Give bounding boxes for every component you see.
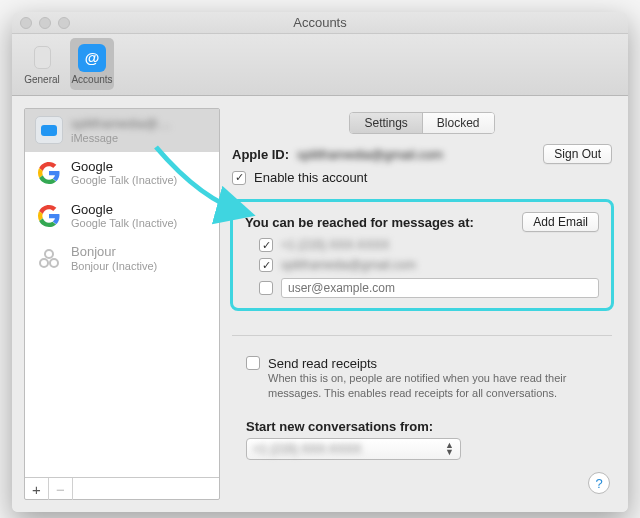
- accounts-sidebar: splitframedia@… iMessage Google Google T…: [24, 108, 220, 500]
- svg-point-0: [45, 250, 53, 258]
- account-sub: iMessage: [71, 132, 171, 145]
- phone-icon: [28, 44, 56, 72]
- start-new-label: Start new conversations from:: [246, 419, 612, 434]
- remove-account-button[interactable]: −: [49, 478, 73, 500]
- chevron-up-down-icon: ▲▼: [445, 442, 454, 455]
- account-detail: Settings Blocked Apple ID: splitframedia…: [232, 108, 616, 500]
- reachable-addresses-box: You can be reached for messages at: Add …: [230, 199, 614, 311]
- tab-accounts[interactable]: @ Accounts: [70, 38, 114, 90]
- help-button[interactable]: ?: [588, 472, 610, 494]
- reachable-checkbox[interactable]: [259, 238, 273, 252]
- read-receipts-checkbox[interactable]: [246, 356, 260, 370]
- add-account-button[interactable]: +: [25, 478, 49, 500]
- window-title: Accounts: [12, 15, 628, 30]
- sign-out-button[interactable]: Sign Out: [543, 144, 612, 164]
- apple-id-value: splitframedia@gmail.com: [297, 147, 443, 162]
- svg-point-2: [50, 259, 58, 267]
- svg-point-1: [40, 259, 48, 267]
- reachable-heading: You can be reached for messages at:: [245, 215, 474, 230]
- sidebar-item-google-1[interactable]: Google Google Talk (Inactive): [25, 152, 219, 195]
- imessage-icon: [35, 116, 63, 144]
- reachable-checkbox[interactable]: [259, 258, 273, 272]
- tab-general[interactable]: General: [20, 38, 64, 90]
- account-name: Google: [71, 159, 177, 175]
- enable-account-checkbox[interactable]: [232, 171, 246, 185]
- reachable-item-new: [259, 278, 599, 298]
- read-receipts-label: Send read receipts: [268, 356, 612, 371]
- content: splitframedia@… iMessage Google Google T…: [12, 96, 628, 512]
- account-name: Bonjour: [71, 244, 157, 260]
- titlebar[interactable]: Accounts: [12, 12, 628, 34]
- sidebar-item-google-2[interactable]: Google Google Talk (Inactive): [25, 195, 219, 238]
- account-sub: Google Talk (Inactive): [71, 217, 177, 230]
- start-new-value: +1 (215) XXX-XXXX: [253, 442, 361, 456]
- reachable-checkbox[interactable]: [259, 281, 273, 295]
- new-email-input[interactable]: [281, 278, 599, 298]
- apple-id-label: Apple ID:: [232, 147, 289, 162]
- reachable-value: splitframedia@gmail.com: [281, 258, 416, 272]
- accounts-list[interactable]: splitframedia@… iMessage Google Google T…: [25, 109, 219, 477]
- sidebar-item-imessage[interactable]: splitframedia@… iMessage: [25, 109, 219, 152]
- detail-tabs: Settings Blocked: [349, 112, 494, 134]
- reachable-item-phone: +1 (215) XXX-XXXX: [259, 238, 599, 252]
- account-name: splitframedia@…: [71, 116, 171, 132]
- tab-general-label: General: [24, 74, 60, 85]
- enable-account-label: Enable this account: [254, 170, 367, 185]
- reachable-value: +1 (215) XXX-XXXX: [281, 238, 389, 252]
- add-email-button[interactable]: Add Email: [522, 212, 599, 232]
- account-name: Google: [71, 202, 177, 218]
- tab-blocked[interactable]: Blocked: [422, 113, 494, 133]
- start-new-select[interactable]: +1 (215) XXX-XXXX ▲▼: [246, 438, 461, 460]
- google-icon: [35, 159, 63, 187]
- prefs-toolbar: General @ Accounts: [12, 34, 628, 96]
- google-icon: [35, 202, 63, 230]
- sidebar-item-bonjour[interactable]: Bonjour Bonjour (Inactive): [25, 237, 219, 280]
- divider: [232, 335, 612, 336]
- bonjour-icon: [35, 245, 63, 273]
- reachable-item-email: splitframedia@gmail.com: [259, 258, 599, 272]
- account-sub: Bonjour (Inactive): [71, 260, 157, 273]
- tab-accounts-label: Accounts: [71, 74, 112, 85]
- read-receipts-desc: When this is on, people are notified whe…: [268, 371, 612, 401]
- tab-settings[interactable]: Settings: [350, 113, 421, 133]
- at-icon: @: [78, 44, 106, 72]
- sidebar-toolbar: + −: [25, 477, 219, 499]
- accounts-window: Accounts General @ Accounts splitframedi…: [12, 12, 628, 512]
- account-sub: Google Talk (Inactive): [71, 174, 177, 187]
